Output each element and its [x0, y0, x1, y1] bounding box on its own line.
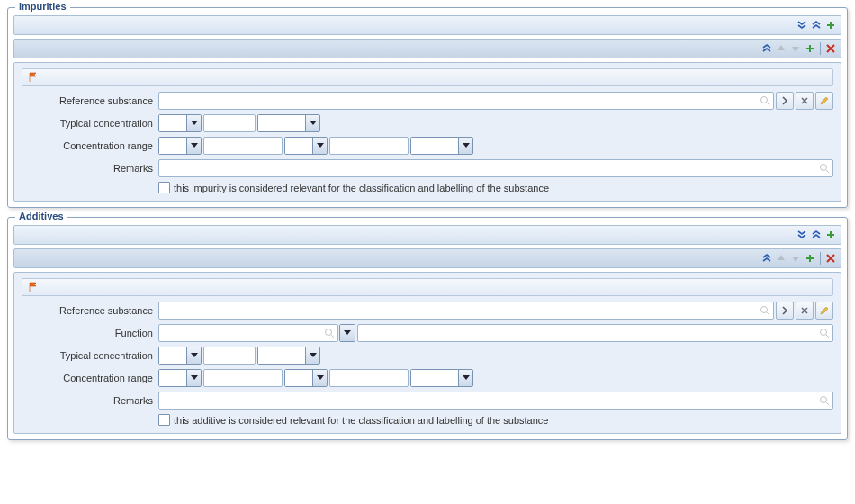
remarks-label: Remarks [22, 163, 158, 174]
collapse-item-icon[interactable] [760, 42, 773, 55]
move-down-icon [789, 42, 802, 55]
collapse-all-icon[interactable] [810, 229, 823, 241]
delete-item-icon[interactable] [824, 42, 837, 55]
impurity-item: Reference substance Typical concentratio… [14, 62, 842, 202]
delete-item-icon[interactable] [824, 252, 837, 265]
expand-all-icon[interactable] [796, 229, 808, 241]
range-unit-dropdown[interactable] [410, 137, 473, 155]
additives-outer-toolbar [14, 225, 842, 245]
range-lower-qualifier-dropdown[interactable] [158, 137, 202, 155]
range-upper-value-input[interactable] [329, 137, 409, 155]
go-button[interactable] [776, 92, 794, 110]
reference-substance-input[interactable] [158, 302, 774, 320]
typical-unit-dropdown[interactable] [257, 346, 320, 364]
search-icon [760, 95, 770, 106]
typical-value-input[interactable] [203, 346, 256, 364]
edit-button[interactable] [815, 302, 833, 320]
additive-relevant-checkbox[interactable] [158, 414, 170, 426]
reference-substance-input[interactable] [158, 92, 774, 110]
range-upper-value-input[interactable] [329, 369, 409, 387]
svg-point-3 [326, 329, 332, 336]
additives-panel: Additives Reference substance [7, 217, 848, 440]
flag-bar[interactable] [22, 68, 833, 86]
collapse-item-icon[interactable] [760, 252, 773, 265]
typical-qualifier-dropdown[interactable] [158, 346, 202, 364]
impurity-relevant-checkbox[interactable] [158, 182, 170, 194]
reference-substance-label: Reference substance [22, 305, 158, 316]
range-unit-dropdown[interactable] [410, 369, 473, 387]
flag-icon [28, 282, 39, 292]
remarks-label: Remarks [22, 395, 158, 406]
typical-concentration-label: Typical concentration [22, 118, 158, 129]
add-item-icon[interactable] [804, 252, 816, 265]
typical-unit-dropdown[interactable] [257, 114, 320, 132]
range-lower-qualifier-dropdown[interactable] [158, 369, 202, 387]
flag-icon [28, 72, 39, 83]
impurities-title: Impurities [15, 1, 70, 12]
search-icon [819, 163, 830, 174]
range-lower-value-input[interactable] [203, 369, 283, 387]
svg-point-5 [821, 397, 827, 403]
additives-item-toolbar [14, 248, 842, 268]
additive-item: Reference substance Function [14, 272, 842, 434]
function-lookup-input[interactable] [158, 324, 338, 342]
impurities-outer-toolbar [14, 15, 842, 35]
go-button[interactable] [776, 302, 794, 320]
collapse-all-icon[interactable] [810, 19, 823, 32]
impurity-checkbox-label: this impurity is considered relevant for… [174, 183, 549, 194]
range-lower-value-input[interactable] [203, 137, 283, 155]
add-icon[interactable] [824, 229, 837, 241]
range-upper-qualifier-dropdown[interactable] [284, 369, 328, 387]
move-up-icon [775, 42, 788, 55]
impurities-panel: Impurities Reference substance [7, 7, 848, 208]
typical-value-input[interactable] [203, 114, 256, 132]
reference-substance-label: Reference substance [22, 95, 158, 106]
function-label: Function [22, 328, 158, 338]
search-icon [760, 305, 770, 316]
move-up-icon [775, 252, 788, 265]
function-dropdown-button[interactable] [339, 324, 356, 342]
svg-point-4 [821, 329, 827, 336]
svg-point-2 [761, 307, 768, 313]
add-item-icon[interactable] [804, 42, 816, 55]
concentration-range-label: Concentration range [22, 373, 158, 383]
range-upper-qualifier-dropdown[interactable] [284, 137, 328, 155]
search-icon [324, 328, 335, 338]
add-icon[interactable] [824, 19, 837, 32]
remarks-input[interactable] [158, 392, 833, 410]
clear-button[interactable] [796, 92, 814, 110]
move-down-icon [789, 252, 802, 265]
svg-point-0 [761, 97, 768, 104]
search-icon [819, 328, 830, 338]
typical-concentration-label: Typical concentration [22, 350, 158, 361]
additive-checkbox-label: this additive is considered relevant for… [174, 415, 548, 426]
concentration-range-label: Concentration range [22, 140, 158, 151]
typical-qualifier-dropdown[interactable] [158, 114, 202, 132]
search-icon [819, 395, 830, 406]
separator [820, 42, 821, 55]
flag-bar[interactable] [22, 278, 833, 296]
additives-title: Additives [15, 211, 68, 221]
edit-button[interactable] [815, 92, 833, 110]
function-text-input[interactable] [357, 324, 833, 342]
clear-button[interactable] [796, 302, 814, 320]
svg-point-1 [821, 165, 827, 171]
remarks-input[interactable] [158, 159, 833, 177]
expand-all-icon[interactable] [796, 19, 808, 32]
impurities-item-toolbar [14, 39, 842, 58]
separator [820, 252, 821, 265]
